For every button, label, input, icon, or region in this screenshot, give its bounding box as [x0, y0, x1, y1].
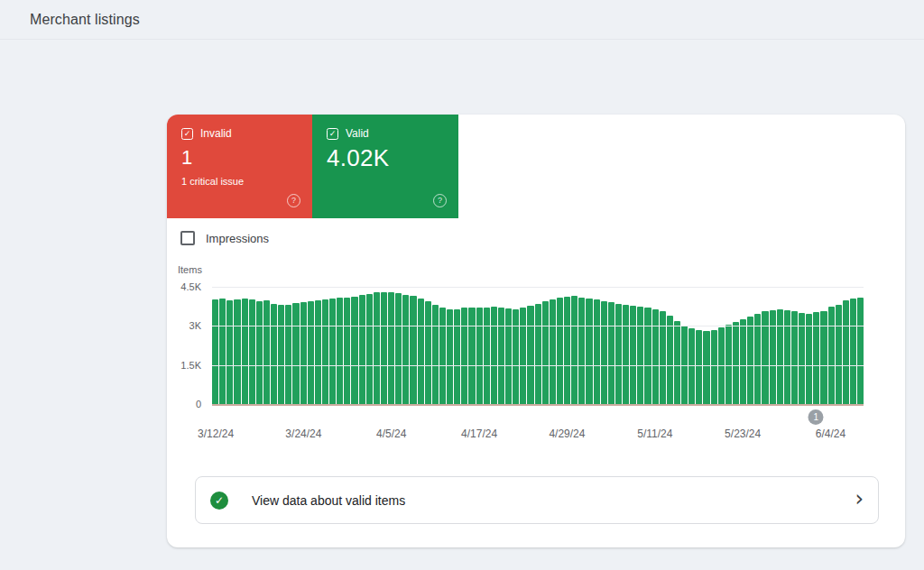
help-icon[interactable]: ? [287, 194, 300, 207]
chart-bar[interactable] [234, 299, 240, 404]
chart-bar[interactable] [644, 308, 651, 404]
invalid-count: 1 [181, 146, 298, 170]
chart-bar[interactable] [432, 305, 439, 404]
chart-bar[interactable] [594, 299, 600, 404]
chart-bar[interactable] [388, 292, 394, 404]
view-valid-items-button[interactable]: ✓ View data about valid items › [195, 476, 879, 524]
chart-bar[interactable] [256, 301, 263, 404]
page-title: Merchant listings [30, 12, 140, 28]
chart-bar[interactable] [777, 309, 783, 404]
chart-bar[interactable] [491, 307, 497, 404]
chart-bar[interactable] [513, 309, 519, 404]
chart-bar[interactable] [586, 299, 592, 404]
chart-bar[interactable] [688, 328, 695, 404]
y-tick-label: 3K [167, 320, 201, 331]
chart-bar[interactable] [850, 299, 856, 404]
chart-bar[interactable] [784, 310, 790, 404]
chart-bar[interactable] [219, 299, 226, 404]
chart-bar[interactable] [571, 296, 578, 404]
impressions-toggle[interactable]: Impressions [180, 231, 269, 245]
chart-bar[interactable] [615, 304, 622, 404]
chart-bar[interactable] [770, 310, 776, 404]
chart-bar[interactable] [359, 295, 365, 404]
chart-bar[interactable] [278, 305, 284, 404]
invalid-tile[interactable]: ✓ Invalid 1 1 critical issue ? [167, 115, 312, 218]
chart-bar[interactable] [322, 299, 328, 404]
chart-bar[interactable] [703, 331, 709, 404]
chart-bar[interactable] [857, 298, 864, 404]
chart-bar[interactable] [754, 314, 761, 404]
chart-bar[interactable] [242, 299, 248, 404]
impressions-checkbox[interactable] [180, 231, 195, 245]
chart-baseline [212, 404, 864, 406]
chart-plot [212, 287, 864, 404]
chart-bar[interactable] [637, 307, 643, 404]
chart-bar[interactable] [454, 309, 460, 404]
chart-bar[interactable] [292, 303, 299, 404]
chart-bar[interactable] [461, 308, 467, 404]
chart-bar[interactable] [667, 316, 673, 404]
chart-bar[interactable] [674, 321, 680, 404]
chart-bar[interactable] [484, 308, 490, 404]
chart-bar[interactable] [652, 309, 659, 404]
chart-bar[interactable] [425, 301, 431, 404]
chart-bar[interactable] [374, 292, 380, 404]
chart-bar[interactable] [300, 302, 307, 404]
chart-bar[interactable] [476, 308, 483, 404]
chart-bar[interactable] [608, 302, 614, 404]
chart-bar[interactable] [226, 300, 233, 404]
valid-checkbox[interactable]: ✓ [327, 128, 338, 140]
chart-bar[interactable] [520, 308, 526, 404]
chart-bar[interactable] [527, 306, 533, 404]
chart-bar[interactable] [557, 298, 563, 404]
chart-bar[interactable] [351, 297, 357, 404]
chart-bar[interactable] [535, 304, 541, 404]
y-axis-title: Items [178, 264, 202, 275]
help-icon[interactable]: ? [433, 194, 447, 207]
chart-bar[interactable] [212, 299, 218, 404]
chart-bar[interactable] [542, 301, 549, 404]
issue-marker[interactable]: 1 [808, 409, 824, 425]
chart-bar[interactable] [711, 330, 717, 404]
chart-bar[interactable] [550, 299, 556, 404]
chart-bar[interactable] [439, 308, 446, 404]
chart-bar[interactable] [696, 330, 702, 404]
chart-bars [212, 287, 864, 404]
chart-bar[interactable] [337, 298, 343, 404]
chart-bar[interactable] [447, 309, 453, 404]
chart-bar[interactable] [263, 300, 270, 404]
chart-bar[interactable] [505, 308, 512, 404]
chart-bar[interactable] [806, 314, 812, 404]
valid-tile[interactable]: ✓ Valid 4.02K ? [312, 115, 458, 218]
chart-bar[interactable] [395, 293, 402, 404]
gridline [212, 326, 864, 326]
chart-bar[interactable] [498, 308, 504, 404]
chart-bar[interactable] [410, 296, 416, 404]
chart-bar[interactable] [249, 299, 255, 404]
chart-bar[interactable] [623, 305, 629, 404]
invalid-checkbox[interactable]: ✓ [181, 128, 193, 140]
chart-bar[interactable] [740, 319, 746, 404]
chart-bar[interactable] [271, 304, 277, 404]
chart-bar[interactable] [366, 294, 373, 404]
chart-bar[interactable] [843, 300, 849, 404]
chart-bar[interactable] [836, 305, 842, 404]
chart-bar[interactable] [308, 301, 314, 404]
chart-bar[interactable] [381, 292, 387, 404]
chart-bar[interactable] [344, 298, 350, 404]
x-tick-label: 3/12/24 [198, 428, 234, 440]
chart-bar[interactable] [329, 299, 336, 404]
chart-bar[interactable] [468, 308, 475, 404]
chart-bar[interactable] [418, 299, 424, 404]
chart-bar[interactable] [733, 322, 739, 404]
x-tick-label: 3/24/24 [285, 428, 321, 440]
chart-bar[interactable] [828, 307, 835, 404]
chart-bar[interactable] [402, 295, 409, 404]
chart-bar[interactable] [564, 297, 570, 404]
chart-bar[interactable] [578, 298, 585, 404]
chart-bar[interactable] [315, 300, 321, 404]
chart-bar[interactable] [747, 317, 753, 404]
chart-bar[interactable] [630, 306, 636, 404]
chart-bar[interactable] [285, 305, 291, 404]
chart-bar[interactable] [601, 301, 607, 404]
